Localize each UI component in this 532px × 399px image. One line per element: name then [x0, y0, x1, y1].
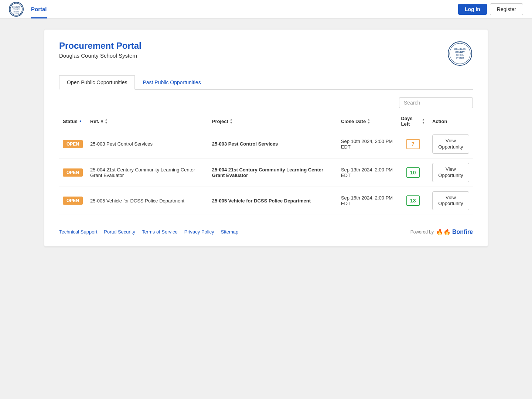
footer-link-technical-support[interactable]: Technical Support — [59, 229, 97, 235]
footer-link-sitemap[interactable]: Sitemap — [221, 229, 239, 235]
cell-ref: 25-003 Pest Control Services — [86, 130, 208, 158]
cell-days-left: 13 — [398, 187, 429, 215]
status-badge: OPEN — [63, 140, 83, 148]
table-row: OPEN25-004 21st Century Community Learni… — [59, 158, 473, 187]
portal-org: Douglas County School System — [59, 52, 141, 59]
view-opportunity-button[interactable]: View Opportunity — [432, 191, 469, 211]
sort-down-icon: ▼ — [105, 122, 108, 125]
table-row: OPEN25-003 Pest Control Services25-003 P… — [59, 130, 473, 158]
view-opportunity-button[interactable]: View Opportunity — [432, 134, 469, 154]
sort-up-icon: ▲ — [367, 118, 370, 121]
days-left-badge: 10 — [406, 167, 420, 178]
nav-actions: Log In Register — [458, 3, 523, 15]
footer-link-privacy[interactable]: Privacy Policy — [184, 229, 214, 235]
col-status[interactable]: Status ▲ — [59, 113, 86, 130]
org-logo-nav: DOUGLAS COUNTY SCHOOL SYSTEM — [9, 2, 24, 17]
svg-text:COUNTY: COUNTY — [13, 8, 20, 10]
tab-open-opportunities[interactable]: Open Public Opportunities — [59, 75, 135, 90]
cell-ref: 25-004 21st Century Community Learning C… — [86, 158, 208, 187]
col-days-left[interactable]: Days Left ▲ ▼ — [398, 113, 429, 130]
org-logo-header: DOUGLAS COUNTY SCHOOL SYSTEM — [447, 41, 473, 66]
tab-past-opportunities[interactable]: Past Public Opportunities — [135, 75, 208, 90]
svg-text:DOUGLAS: DOUGLAS — [12, 6, 20, 8]
sort-up-icon: ▲ — [105, 118, 108, 121]
cell-status: OPEN — [59, 130, 86, 158]
svg-text:SYSTEM: SYSTEM — [456, 57, 464, 59]
powered-by: Powered by 🔥🔥 Bonfire — [410, 228, 473, 235]
portal-footer: Technical Support Portal Security Terms … — [59, 224, 473, 235]
sort-up-icon: ▲ — [230, 118, 233, 121]
sort-status[interactable]: ▲ — [79, 120, 82, 123]
sort-days-left[interactable]: ▲ ▼ — [422, 118, 425, 125]
bonfire-text: Bonfire — [452, 229, 473, 235]
svg-text:COUNTY: COUNTY — [455, 51, 464, 53]
sort-project[interactable]: ▲ ▼ — [230, 118, 233, 125]
portal-card: Procurement Portal Douglas County School… — [44, 30, 488, 246]
cell-action: View Opportunity — [429, 187, 473, 215]
sort-down-icon: ▼ — [367, 122, 370, 125]
nav-portal-link[interactable]: Portal — [31, 0, 47, 18]
svg-text:SYSTEM: SYSTEM — [14, 12, 19, 14]
sort-down-icon: ▼ — [422, 122, 425, 125]
cell-close-date: Sep 13th 2024, 2:00 PM EDT — [337, 158, 398, 187]
cell-days-left: 7 — [398, 130, 429, 158]
cell-close-date: Sep 16th 2024, 2:00 PM EDT — [337, 187, 398, 215]
cell-ref: 25-005 Vehicle for DCSS Police Departmen… — [86, 187, 208, 215]
register-button[interactable]: Register — [490, 3, 523, 15]
col-action: Action — [429, 113, 473, 130]
svg-point-6 — [450, 43, 470, 64]
sort-ref[interactable]: ▲ ▼ — [105, 118, 108, 125]
cell-action: View Opportunity — [429, 158, 473, 187]
nav-bar: DOUGLAS COUNTY SCHOOL SYSTEM Portal Log … — [0, 0, 532, 18]
cell-status: OPEN — [59, 158, 86, 187]
cell-project: 25-005 Vehicle for DCSS Police Departmen… — [208, 187, 337, 215]
sort-up-icon: ▲ — [79, 120, 82, 123]
page-wrapper: Procurement Portal Douglas County School… — [0, 18, 532, 258]
col-project[interactable]: Project ▲ ▼ — [208, 113, 337, 130]
footer-link-portal-security[interactable]: Portal Security — [104, 229, 135, 235]
table-header-row: Status ▲ Ref. # ▲ ▼ — [59, 113, 473, 130]
sort-down-icon: ▼ — [230, 122, 233, 125]
login-button[interactable]: Log In — [458, 4, 487, 15]
cell-close-date: Sep 10th 2024, 2:00 PM EDT — [337, 130, 398, 158]
svg-text:SCHOOL: SCHOOL — [456, 54, 464, 56]
status-badge: OPEN — [63, 197, 83, 205]
cell-project: 25-004 21st Century Community Learning C… — [208, 158, 337, 187]
bonfire-icon: 🔥🔥 — [436, 228, 451, 235]
tabs-container: Open Public Opportunities Past Public Op… — [59, 75, 473, 90]
footer-link-terms[interactable]: Terms of Service — [142, 229, 178, 235]
days-left-badge: 7 — [406, 139, 420, 149]
table-row: OPEN25-005 Vehicle for DCSS Police Depar… — [59, 187, 473, 215]
table-body: OPEN25-003 Pest Control Services25-003 P… — [59, 130, 473, 215]
search-input[interactable] — [399, 97, 473, 108]
cell-status: OPEN — [59, 187, 86, 215]
sort-close-date[interactable]: ▲ ▼ — [367, 118, 370, 125]
bonfire-logo: 🔥🔥 Bonfire — [436, 228, 473, 235]
view-opportunity-button[interactable]: View Opportunity — [432, 163, 469, 182]
portal-title-block: Procurement Portal Douglas County School… — [59, 41, 141, 59]
portal-title: Procurement Portal — [59, 41, 141, 51]
svg-point-5 — [448, 42, 472, 65]
sort-up-icon: ▲ — [422, 118, 425, 121]
svg-text:SCHOOL: SCHOOL — [13, 11, 19, 12]
status-badge: OPEN — [63, 168, 83, 177]
opportunities-table: Status ▲ Ref. # ▲ ▼ — [59, 113, 473, 215]
powered-by-label: Powered by — [410, 229, 434, 235]
col-close-date[interactable]: Close Date ▲ ▼ — [337, 113, 398, 130]
portal-header: Procurement Portal Douglas County School… — [59, 41, 473, 66]
svg-text:DOUGLAS: DOUGLAS — [454, 48, 466, 50]
cell-days-left: 10 — [398, 158, 429, 187]
cell-project: 25-003 Pest Control Services — [208, 130, 337, 158]
days-left-badge: 13 — [406, 195, 420, 206]
table-controls — [59, 97, 473, 108]
col-ref[interactable]: Ref. # ▲ ▼ — [86, 113, 208, 130]
footer-links: Technical Support Portal Security Terms … — [59, 229, 238, 235]
cell-action: View Opportunity — [429, 130, 473, 158]
